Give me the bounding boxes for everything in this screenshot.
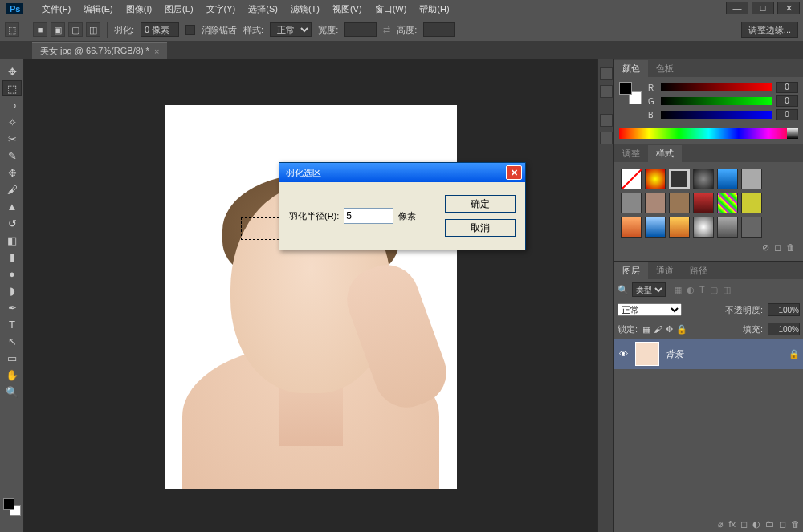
close-button[interactable]: ✕ <box>777 2 800 14</box>
cancel-button[interactable]: 取消 <box>445 219 516 237</box>
ok-button[interactable]: 确定 <box>445 195 516 213</box>
delete-layer-icon[interactable]: 🗑 <box>791 519 800 530</box>
layer-visibility-icon[interactable]: 👁 <box>618 349 629 359</box>
layer-fx-icon[interactable]: fx <box>728 519 736 530</box>
b-value[interactable]: 0 <box>776 109 798 120</box>
filter-pixel-icon[interactable]: ▦ <box>674 285 682 295</box>
b-slider[interactable] <box>661 111 772 119</box>
style-swatch[interactable] <box>621 217 642 238</box>
styles-trash-icon[interactable]: 🗑 <box>786 242 795 253</box>
minimize-button[interactable]: — <box>726 2 748 14</box>
filter-smart-icon[interactable]: ◫ <box>723 285 731 295</box>
layer-group-icon[interactable]: 🗀 <box>765 519 774 530</box>
zoom-tool[interactable]: 🔍 <box>2 384 22 400</box>
menu-file[interactable]: 文件(F) <box>35 1 77 18</box>
marquee-tool[interactable]: ⬚ <box>2 80 22 96</box>
link-layers-icon[interactable]: ⌀ <box>718 519 724 530</box>
fg-swatch[interactable] <box>619 82 632 95</box>
selection-add-icon[interactable]: ▣ <box>51 22 65 37</box>
layer-filter-select[interactable]: 类型 <box>632 282 666 297</box>
style-swatch[interactable] <box>645 169 666 189</box>
feather-radius-input[interactable] <box>344 208 393 224</box>
filter-type-icon[interactable]: T <box>699 285 705 295</box>
style-swatch[interactable] <box>621 193 642 213</box>
styles-new-icon[interactable]: ◻ <box>774 242 781 253</box>
styles-clear-icon[interactable]: ⊘ <box>762 242 769 253</box>
style-swatch[interactable] <box>645 193 666 213</box>
tab-color[interactable]: 颜色 <box>614 60 648 77</box>
menu-edit[interactable]: 编辑(E) <box>77 1 120 18</box>
menu-layer[interactable]: 图层(L) <box>158 1 199 18</box>
eyedropper-tool[interactable]: ✎ <box>2 148 22 164</box>
type-tool[interactable]: T <box>2 316 22 332</box>
lock-all-icon[interactable]: 🔒 <box>676 324 687 335</box>
style-swatch[interactable] <box>717 217 738 238</box>
color-swatch[interactable] <box>3 498 21 516</box>
fill-input[interactable] <box>768 323 800 335</box>
marquee-preset-icon[interactable]: ⬚ <box>5 22 19 37</box>
feather-input[interactable] <box>141 22 179 37</box>
style-swatch[interactable] <box>669 217 690 238</box>
menu-view[interactable]: 视图(V) <box>326 1 369 18</box>
layer-thumbnail[interactable] <box>635 342 659 366</box>
layer-mask-icon[interactable]: ◻ <box>740 519 748 530</box>
hand-tool[interactable]: ✋ <box>2 367 22 383</box>
style-swatch[interactable] <box>717 169 738 189</box>
style-swatch[interactable] <box>621 169 642 189</box>
menu-text[interactable]: 文字(Y) <box>200 1 243 18</box>
pen-tool[interactable]: ✒ <box>2 299 22 315</box>
dock-icon-1[interactable] <box>600 67 613 80</box>
new-layer-icon[interactable]: ◻ <box>779 519 786 530</box>
menu-image[interactable]: 图像(I) <box>120 1 158 18</box>
height-input[interactable] <box>423 22 455 37</box>
menu-window[interactable]: 窗口(W) <box>369 1 414 18</box>
color-fg-bg[interactable] <box>619 82 642 104</box>
g-slider[interactable] <box>661 97 772 105</box>
shape-tool[interactable]: ▭ <box>2 350 22 366</box>
tab-styles[interactable]: 样式 <box>648 145 682 162</box>
style-swatch[interactable] <box>693 193 714 213</box>
dodge-tool[interactable]: ◗ <box>2 282 22 298</box>
style-select[interactable]: 正常 <box>270 22 312 37</box>
style-swatch[interactable] <box>741 217 762 238</box>
style-swatch[interactable] <box>741 193 762 213</box>
style-swatch[interactable] <box>669 193 690 213</box>
clone-stamp-tool[interactable]: ▲ <box>2 198 22 214</box>
opacity-input[interactable] <box>768 303 800 316</box>
document-tab[interactable]: 美女.jpg @ 66.7%(RGB/8) * × <box>32 42 167 59</box>
menu-help[interactable]: 帮助(H) <box>413 1 455 18</box>
magic-wand-tool[interactable]: ✧ <box>2 114 22 130</box>
r-value[interactable]: 0 <box>776 82 798 93</box>
dialog-close-button[interactable]: ✕ <box>506 165 522 180</box>
adjustment-layer-icon[interactable]: ◐ <box>752 519 760 530</box>
g-value[interactable]: 0 <box>776 95 798 107</box>
eraser-tool[interactable]: ◧ <box>2 232 22 248</box>
tab-adjustments[interactable]: 调整 <box>614 145 648 162</box>
lock-transparency-icon[interactable]: ▦ <box>642 324 650 335</box>
foreground-color[interactable] <box>3 498 14 510</box>
path-select-tool[interactable]: ↖ <box>2 333 22 349</box>
swap-wh-icon[interactable]: ⇄ <box>383 25 390 35</box>
blend-mode-select[interactable]: 正常 <box>618 303 682 316</box>
dialog-titlebar[interactable]: 羽化选区 ✕ <box>279 163 525 182</box>
tab-paths[interactable]: 路径 <box>682 262 715 279</box>
lock-image-icon[interactable]: 🖌 <box>654 324 662 335</box>
lock-position-icon[interactable]: ✥ <box>666 324 673 335</box>
move-tool[interactable]: ✥ <box>2 63 22 79</box>
gradient-tool[interactable]: ▮ <box>2 249 22 265</box>
antialias-checkbox[interactable] <box>185 25 195 35</box>
filter-shape-icon[interactable]: ▢ <box>710 285 718 295</box>
dock-icon-2[interactable] <box>600 85 613 98</box>
dock-icon-4[interactable] <box>600 132 613 144</box>
selection-intersect-icon[interactable]: ◫ <box>86 22 100 37</box>
selection-subtract-icon[interactable]: ▢ <box>68 22 83 37</box>
refine-edge-button[interactable]: 调整边缘... <box>741 22 798 38</box>
style-swatch[interactable] <box>693 169 714 189</box>
menu-select[interactable]: 选择(S) <box>242 1 284 18</box>
style-swatch[interactable] <box>645 217 666 238</box>
dock-icon-3[interactable] <box>600 114 613 127</box>
document-tab-close-icon[interactable]: × <box>154 47 159 56</box>
blur-tool[interactable]: ● <box>2 266 22 282</box>
style-swatch[interactable] <box>717 193 738 213</box>
width-input[interactable] <box>344 22 377 37</box>
